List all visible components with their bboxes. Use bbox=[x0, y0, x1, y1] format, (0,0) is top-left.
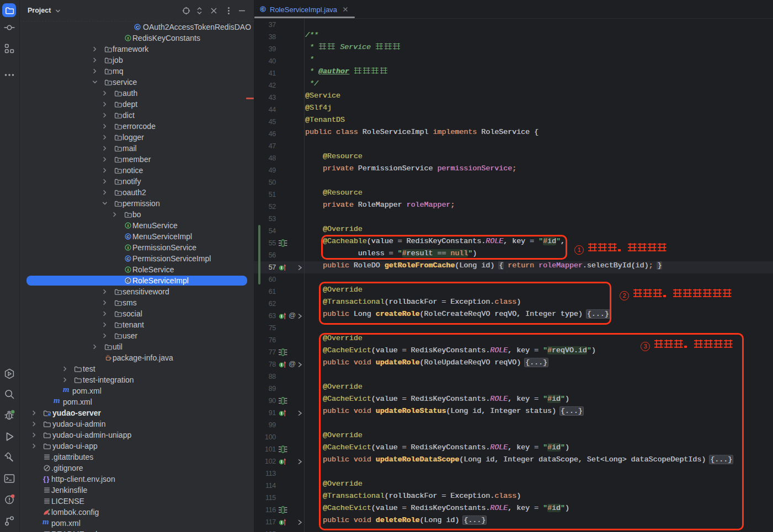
svg-text:C: C bbox=[126, 234, 130, 239]
svg-text:C: C bbox=[126, 278, 130, 283]
svg-text:I: I bbox=[127, 223, 129, 228]
svg-text:C: C bbox=[126, 256, 130, 261]
svg-text:I: I bbox=[127, 36, 129, 41]
svg-text:I: I bbox=[127, 245, 129, 250]
svg-text:I: I bbox=[127, 267, 129, 272]
svg-text:C: C bbox=[262, 7, 265, 12]
svg-text:C: C bbox=[136, 25, 139, 30]
